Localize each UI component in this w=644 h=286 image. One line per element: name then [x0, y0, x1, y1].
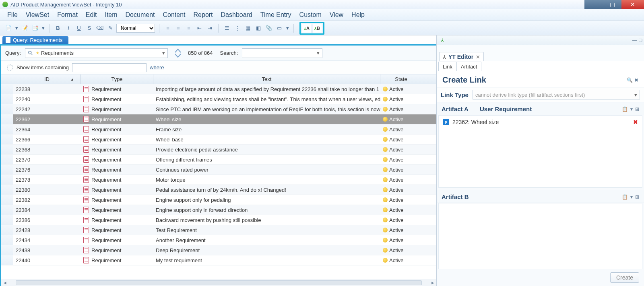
table-row[interactable]: 22386RequirementBackward movement by pus…: [1, 215, 436, 225]
copy-doc-icon[interactable]: 📑: [31, 24, 39, 33]
outdent-button[interactable]: ⇤: [195, 24, 204, 33]
menu-view[interactable]: View: [326, 10, 347, 20]
dropdown-caret-icon[interactable]: ▾: [41, 24, 45, 33]
strikethrough-button[interactable]: S: [85, 24, 94, 33]
yt-editor-tab[interactable]: ⅄ YT Editor ✕: [439, 52, 484, 61]
query-select[interactable]: ★ Requirements ▾: [25, 48, 168, 58]
bulleted-list-button[interactable]: ⋮: [233, 24, 242, 33]
menu-edit[interactable]: Edit: [82, 10, 101, 20]
table-row[interactable]: 22434RequirementAnother RequirementActiv…: [1, 235, 436, 245]
row-navigator[interactable]: [174, 48, 182, 58]
horizontal-scrollbar[interactable]: ◂ ▸: [1, 279, 436, 286]
table-button[interactable]: ▦: [244, 24, 252, 33]
create-button[interactable]: Create: [610, 272, 639, 283]
paragraph-style-select[interactable]: Normal: [116, 24, 155, 33]
edit-icon[interactable]: 📝: [20, 24, 29, 33]
close-tab-icon[interactable]: ✕: [476, 54, 480, 60]
row-header-cell[interactable]: [1, 205, 13, 215]
menu-report[interactable]: Report: [190, 10, 217, 20]
italic-button[interactable]: I: [64, 24, 73, 33]
new-doc-icon[interactable]: 📄: [4, 24, 13, 33]
scroll-right-icon[interactable]: ▸: [429, 280, 436, 286]
tab-link[interactable]: Link: [438, 62, 457, 71]
filter-input[interactable]: [72, 63, 147, 72]
menu-format[interactable]: Format: [53, 10, 82, 20]
chevron-down-icon[interactable]: ▾: [630, 194, 633, 200]
row-header-column[interactable]: [1, 75, 13, 84]
row-header-cell[interactable]: [1, 104, 13, 114]
row-header-cell[interactable]: [1, 165, 13, 174]
minimize-pane-button[interactable]: —: [632, 37, 637, 43]
row-header-cell[interactable]: [1, 185, 13, 195]
search-icon[interactable]: 🔍: [627, 77, 633, 83]
remove-artifact-button[interactable]: ✖: [633, 119, 638, 125]
where-link[interactable]: where: [150, 64, 164, 70]
table-row[interactable]: 22366RequirementWheel baseActive: [1, 135, 436, 145]
table-row[interactable]: 22368RequirementProvide electronic pedal…: [1, 145, 436, 155]
add-icon[interactable]: ⊞: [635, 194, 639, 200]
menu-dashboard[interactable]: Dashboard: [217, 10, 256, 20]
delete-icon[interactable]: ✖: [634, 77, 638, 83]
menu-content[interactable]: Content: [159, 10, 189, 20]
window-minimize-button[interactable]: —: [584, 0, 603, 9]
scroll-left-icon[interactable]: ◂: [1, 280, 8, 286]
artifact-a-dropzone[interactable]: p 22362: Wheel size ✖: [438, 115, 642, 188]
table-row[interactable]: 22438RequirementDeep RequirementActive: [1, 245, 436, 255]
row-header-cell[interactable]: [1, 145, 13, 154]
table-row[interactable]: 22238RequirementImporting of large amoun…: [1, 84, 436, 94]
yt-artifact-a-button[interactable]: ⅄A: [302, 24, 311, 33]
menu-document[interactable]: Document: [122, 10, 159, 20]
column-text[interactable]: Text: [153, 75, 380, 84]
menu-file[interactable]: File: [3, 10, 22, 20]
row-header-cell[interactable]: [1, 215, 13, 225]
numbered-list-button[interactable]: ☰: [223, 24, 231, 33]
table-row[interactable]: 22240RequirementEstablishing, editing an…: [1, 94, 436, 104]
paste-icon[interactable]: 📋: [622, 194, 628, 200]
table-row[interactable]: 22370RequirementOffering different frame…: [1, 155, 436, 165]
underline-button[interactable]: U: [74, 24, 83, 33]
table-row[interactable]: 22364RequirementFrame sizeActive: [1, 124, 436, 135]
row-header-cell[interactable]: [1, 225, 13, 235]
table-row[interactable]: 22440RequirementMy test requirementActiv…: [1, 255, 436, 265]
search-select[interactable]: ▾: [242, 48, 322, 58]
chevron-down-icon[interactable]: ▾: [630, 106, 633, 112]
window-close-button[interactable]: ✕: [621, 0, 644, 9]
row-header-cell[interactable]: [1, 124, 13, 134]
row-header-cell[interactable]: [1, 245, 13, 255]
table-row[interactable]: 22362RequirementWheel sizeActive: [1, 114, 436, 124]
restore-pane-button[interactable]: ▢: [638, 37, 642, 43]
artifact-b-dropzone[interactable]: [438, 203, 642, 269]
link-type-select[interactable]: cannot derive link type (fill artifact s…: [473, 90, 640, 99]
insert-image-button[interactable]: ▭: [275, 24, 284, 33]
row-header-cell[interactable]: [1, 114, 13, 124]
indent-button[interactable]: ⇥: [205, 24, 214, 33]
table-row[interactable]: 22380RequirementPedal assistance turn of…: [1, 185, 436, 195]
align-right-button[interactable]: ≡: [184, 24, 193, 33]
table-row[interactable]: 22384RequirementEngine support only in f…: [1, 205, 436, 215]
row-header-cell[interactable]: [1, 94, 13, 104]
row-header-cell[interactable]: [1, 255, 13, 265]
align-center-button[interactable]: ≡: [174, 24, 183, 33]
window-maximize-button[interactable]: ▢: [603, 0, 621, 9]
row-header-cell[interactable]: [1, 195, 13, 205]
row-header-cell[interactable]: [1, 175, 13, 184]
add-icon[interactable]: ⊞: [635, 106, 639, 112]
menu-help[interactable]: Help: [347, 10, 369, 20]
dropdown-caret-icon[interactable]: ▾: [285, 24, 289, 33]
clear-formatting-button[interactable]: ⌫: [95, 24, 104, 33]
table-row[interactable]: 22382RequirementEngine support only for …: [1, 195, 436, 205]
column-state[interactable]: State: [380, 75, 422, 84]
table-row[interactable]: 22242RequirementSince PTC and IBM are wo…: [1, 104, 436, 114]
row-header-cell[interactable]: [1, 155, 13, 164]
artifact-a-item[interactable]: p 22362: Wheel size: [443, 119, 638, 125]
menu-time-entry[interactable]: Time Entry: [256, 10, 295, 20]
yt-artifact-b-button[interactable]: ⅄B: [313, 24, 322, 33]
table-row[interactable]: 22376RequirementContinues rated powerAct…: [1, 165, 436, 175]
tab-artifact[interactable]: Artifact: [457, 62, 481, 71]
results-grid[interactable]: ID▲ Type Text State 22238RequirementImpo…: [1, 75, 436, 279]
menu-viewset[interactable]: ViewSet: [22, 10, 53, 20]
row-header-cell[interactable]: [1, 235, 13, 245]
insert-object-button[interactable]: ◧: [254, 24, 263, 33]
scrollbar-thumb[interactable]: [16, 280, 422, 285]
align-left-button[interactable]: ≡: [163, 24, 172, 33]
